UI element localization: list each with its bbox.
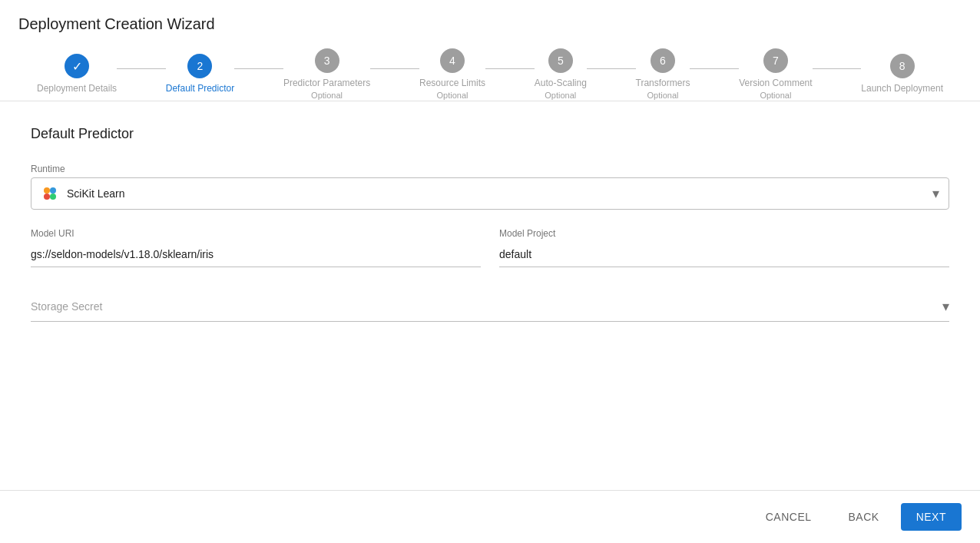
next-button[interactable]: NEXT bbox=[901, 503, 962, 531]
step-6[interactable]: 6 Transformers Optional bbox=[636, 48, 690, 101]
model-uri-label: Model URI bbox=[31, 228, 481, 239]
step-5[interactable]: 5 Auto-Scaling Optional bbox=[535, 48, 587, 101]
model-uri-input[interactable] bbox=[31, 242, 481, 267]
step-line-2-3 bbox=[234, 68, 283, 69]
stepper: ✓ Deployment Details 2 Default Predictor… bbox=[18, 48, 962, 101]
step-7-number: 7 bbox=[773, 55, 779, 67]
wizard-content: Default Predictor Runtime SciKit Learn bbox=[0, 101, 980, 490]
step-line-5-6 bbox=[587, 68, 636, 69]
runtime-dropdown[interactable]: SciKit Learn ▾ bbox=[31, 177, 949, 210]
wizard-container: Deployment Creation Wizard ✓ Deployment … bbox=[0, 0, 980, 543]
scikit-icon bbox=[41, 184, 59, 203]
step-1[interactable]: ✓ Deployment Details bbox=[37, 54, 117, 95]
step-line-3-4 bbox=[370, 68, 419, 69]
step-4-circle: 4 bbox=[440, 48, 465, 73]
step-line-1-2 bbox=[117, 68, 166, 69]
svg-point-1 bbox=[50, 187, 56, 194]
step-7-circle: 7 bbox=[763, 48, 788, 73]
step-2[interactable]: 2 Default Predictor bbox=[166, 54, 234, 95]
storage-secret-label: Storage Secret bbox=[31, 300, 102, 313]
step-3-label: Predictor Parameters Optional bbox=[283, 78, 370, 101]
runtime-select-left: SciKit Learn bbox=[41, 184, 124, 203]
step-8-number: 8 bbox=[899, 60, 906, 72]
section-title: Default Predictor bbox=[31, 126, 949, 142]
step-5-label: Auto-Scaling Optional bbox=[535, 78, 587, 101]
step-line-7-8 bbox=[813, 68, 862, 69]
step-8[interactable]: 8 Launch Deployment bbox=[861, 54, 943, 95]
back-button[interactable]: BACK bbox=[833, 503, 895, 531]
storage-secret-group: Storage Secret ▾ bbox=[31, 292, 949, 322]
checkmark-icon: ✓ bbox=[72, 59, 82, 74]
runtime-label: Runtime bbox=[31, 164, 949, 174]
chevron-down-icon: ▾ bbox=[932, 185, 939, 202]
step-line-6-7 bbox=[690, 68, 739, 69]
step-5-number: 5 bbox=[558, 55, 564, 67]
cancel-button[interactable]: CANCEL bbox=[750, 503, 827, 531]
model-project-input[interactable] bbox=[499, 242, 949, 267]
step-2-circle: 2 bbox=[187, 54, 212, 78]
model-row: Model URI Model Project bbox=[31, 228, 949, 267]
model-project-label: Model Project bbox=[499, 228, 949, 239]
svg-point-3 bbox=[50, 194, 56, 200]
step-8-label: Launch Deployment bbox=[861, 83, 943, 95]
storage-secret-dropdown[interactable]: Storage Secret ▾ bbox=[31, 292, 949, 322]
step-7-label: Version Comment Optional bbox=[739, 78, 812, 101]
storage-chevron-icon: ▾ bbox=[942, 298, 949, 315]
step-4-label: Resource Limits Optional bbox=[419, 78, 485, 101]
step-6-number: 6 bbox=[660, 55, 666, 67]
step-8-circle: 8 bbox=[890, 54, 915, 78]
wizard-header: Deployment Creation Wizard ✓ Deployment … bbox=[0, 0, 980, 101]
wizard-title: Deployment Creation Wizard bbox=[18, 15, 962, 33]
wizard-footer: CANCEL BACK NEXT bbox=[0, 490, 980, 543]
step-line-4-5 bbox=[485, 68, 535, 69]
step-7[interactable]: 7 Version Comment Optional bbox=[739, 48, 812, 101]
step-1-label: Deployment Details bbox=[37, 83, 117, 95]
model-uri-group: Model URI bbox=[31, 228, 481, 267]
step-1-circle: ✓ bbox=[65, 54, 89, 78]
step-6-circle: 6 bbox=[651, 48, 675, 73]
step-6-label: Transformers Optional bbox=[636, 78, 690, 101]
svg-point-0 bbox=[44, 187, 50, 194]
step-3-number: 3 bbox=[324, 55, 330, 67]
step-3[interactable]: 3 Predictor Parameters Optional bbox=[283, 48, 370, 101]
step-2-label: Default Predictor bbox=[166, 83, 234, 95]
runtime-group: Runtime SciKit Learn ▾ bbox=[31, 164, 949, 210]
step-2-number: 2 bbox=[197, 60, 204, 72]
step-4[interactable]: 4 Resource Limits Optional bbox=[419, 48, 485, 101]
svg-point-2 bbox=[44, 194, 50, 200]
step-4-number: 4 bbox=[449, 55, 455, 67]
step-3-circle: 3 bbox=[315, 48, 339, 73]
runtime-value: SciKit Learn bbox=[67, 187, 124, 200]
step-5-circle: 5 bbox=[548, 48, 573, 73]
model-project-group: Model Project bbox=[499, 228, 949, 267]
